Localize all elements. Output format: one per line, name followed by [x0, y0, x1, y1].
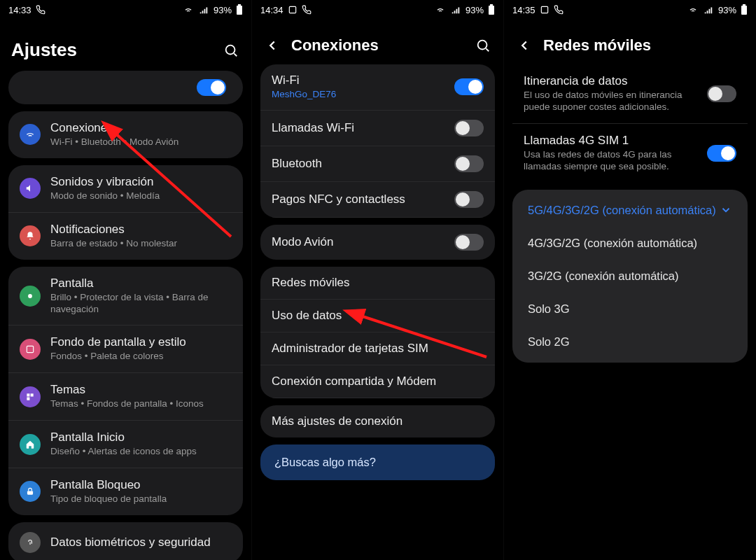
page-title: Ajustes [11, 39, 212, 61]
row-bluetooth[interactable]: Bluetooth [260, 146, 495, 182]
call-icon [302, 5, 312, 15]
option-label: Solo 2G [528, 335, 570, 349]
option-label: 3G/2G (conexión automática) [528, 270, 679, 283]
item-label: Redes móviles [272, 276, 484, 290]
item-label: Pantalla Inicio [50, 430, 232, 444]
status-time: 14:35 [512, 5, 536, 15]
network-mode-popup: 5G/4G/3G/2G (conexión automática) 4G/3G/… [512, 190, 748, 363]
status-battery-pct: 93% [465, 5, 484, 15]
settings-item-conexiones[interactable]: Conexiones Wi-Fi • Bluetooth • Modo Avió… [8, 111, 243, 158]
sound-icon [20, 178, 41, 199]
toggle-llamadas-wifi[interactable] [454, 120, 484, 136]
item-sub: Diseño • Alertas de iconos de apps [50, 446, 232, 458]
item-label: Bluetooth [272, 157, 444, 171]
card-biometrics: Datos biométricos y seguridad [8, 522, 243, 560]
item-label: Pantalla [50, 276, 232, 290]
svg-point-2 [226, 45, 235, 54]
page-title: Conexiones [291, 36, 464, 55]
toggle-llamadas-4g[interactable] [707, 145, 736, 162]
option-label: 4G/3G/2G (conexión automática) [528, 237, 697, 250]
card-sound-notif: Sonidos y vibraciónModo de sonido • Melo… [8, 165, 243, 260]
status-time: 14:34 [260, 5, 284, 15]
row-tethering[interactable]: Conexión compartida y Módem [260, 365, 495, 398]
bell-icon [20, 225, 41, 246]
svg-point-3 [28, 294, 32, 298]
item-label: Fondo de pantalla y estilo [50, 335, 232, 349]
search-banner[interactable]: ¿Buscas algo más? [260, 444, 495, 480]
card-wireless: Wi-FiMeshGo_DE76 Llamadas Wi-Fi Bluetoot… [260, 64, 495, 218]
row-redes-moviles[interactable]: Redes móviles [260, 267, 495, 300]
row-nfc[interactable]: Pagos NFC y contactless [260, 182, 495, 218]
settings-item-bloqueo[interactable]: Pantalla BloqueoTipo de bloqueo de panta… [8, 468, 243, 515]
row-uso-datos[interactable]: Uso de datos [260, 300, 495, 332]
card-avion: Modo Avión [260, 225, 495, 260]
settings-item-notificaciones[interactable]: NotificacionesBarra de estado • No moles… [8, 213, 243, 260]
back-button[interactable] [515, 36, 533, 55]
item-label: Llamadas 4G SIM 1 [524, 134, 697, 148]
battery-icon [741, 4, 748, 15]
search-button[interactable] [222, 41, 240, 59]
toggle-bluetooth[interactable] [454, 155, 484, 172]
item-label: Administrador de tarjetas SIM [272, 342, 484, 356]
lock-icon [20, 481, 41, 502]
svg-rect-4 [27, 346, 33, 352]
conexiones-list: Wi-FiMeshGo_DE76 Llamadas Wi-Fi Bluetoot… [252, 64, 503, 560]
row-itinerancia[interactable]: Itinerancia de datosEl uso de datos móvi… [512, 64, 748, 124]
row-llamadas-4g[interactable]: Llamadas 4G SIM 1Usa las redes de datos … [512, 124, 748, 183]
option-4g-auto[interactable]: 4G/3G/2G (conexión automática) [512, 227, 748, 260]
row-modo-avion[interactable]: Modo Avión [260, 225, 495, 260]
option-label: 5G/4G/3G/2G (conexión automática) [528, 204, 716, 217]
row-llamadas-wifi[interactable]: Llamadas Wi-Fi [260, 111, 495, 146]
option-3g2g-auto[interactable]: 3G/2G (conexión automática) [512, 260, 748, 293]
option-solo-2g[interactable]: Solo 2G [512, 326, 748, 358]
toggle-wifi[interactable] [454, 78, 484, 95]
settings-item-sonidos[interactable]: Sonidos y vibraciónModo de sonido • Melo… [8, 165, 243, 213]
settings-item-pantallainicio[interactable]: Pantalla InicioDiseño • Alertas de icono… [8, 421, 243, 468]
unknown-toggle[interactable] [197, 79, 226, 96]
status-bar: 14:33 93% [0, 0, 251, 20]
card-roaming: Itinerancia de datosEl uso de datos móvi… [512, 64, 748, 183]
item-label: Conexiones [50, 121, 232, 135]
wifi-icon [687, 5, 699, 15]
search-button[interactable] [474, 36, 492, 55]
item-sub: Barra de estado • No molestar [50, 238, 232, 250]
item-sub: Wi-Fi • Bluetooth • Modo Avión [50, 136, 232, 148]
banner-text: ¿Buscas algo más? [274, 456, 376, 468]
svg-rect-1 [238, 4, 241, 6]
item-sub: MeshGo_DE76 [272, 89, 444, 101]
row-wifi[interactable]: Wi-FiMeshGo_DE76 [260, 64, 495, 111]
wifi-icon [183, 5, 194, 15]
card-mas-ajustes: Más ajustes de conexión [260, 405, 495, 438]
call-icon [36, 5, 46, 15]
card-fragment-top [8, 71, 243, 104]
back-button[interactable] [263, 36, 281, 55]
option-5g-auto[interactable]: 5G/4G/3G/2G (conexión automática) [512, 194, 748, 227]
svg-rect-14 [743, 4, 746, 6]
signal-icon [198, 5, 209, 15]
card-redes: Redes móviles Uso de datos Administrador… [260, 267, 495, 398]
svg-rect-8 [489, 6, 494, 15]
status-battery-pct: 93% [214, 5, 232, 15]
wifi-icon [435, 5, 446, 15]
item-label: Pantalla Bloqueo [50, 478, 232, 492]
settings-item-biometricos[interactable]: Datos biométricos y seguridad [8, 522, 243, 560]
item-label: Pagos NFC y contactless [272, 192, 444, 206]
item-label: Wi-Fi [272, 74, 444, 88]
row-admin-sim[interactable]: Administrador de tarjetas SIM [260, 332, 495, 365]
settings-item-temas[interactable]: TemasTemas • Fondos de pantalla • Iconos [8, 373, 243, 421]
item-label: Modo Avión [272, 235, 444, 249]
display-icon [20, 286, 41, 307]
header: Redes móviles [504, 20, 756, 64]
page-title: Redes móviles [543, 36, 745, 55]
toggle-modo-avion[interactable] [454, 234, 484, 251]
themes-icon [20, 386, 41, 407]
settings-item-pantalla[interactable]: PantallaBrillo • Protector de la vista •… [8, 267, 243, 326]
item-label: Llamadas Wi-Fi [272, 121, 444, 135]
item-sub: Brillo • Protector de la vista • Barra d… [50, 292, 232, 316]
toggle-itinerancia[interactable] [707, 85, 736, 102]
row-mas-ajustes[interactable]: Más ajustes de conexión [260, 405, 495, 438]
toggle-nfc[interactable] [454, 191, 484, 208]
option-solo-3g[interactable]: Solo 3G [512, 293, 748, 326]
settings-item-fondo[interactable]: Fondo de pantalla y estiloFondos • Palet… [8, 326, 243, 373]
item-sub: Usa las redes de datos 4G para las llama… [524, 149, 697, 173]
